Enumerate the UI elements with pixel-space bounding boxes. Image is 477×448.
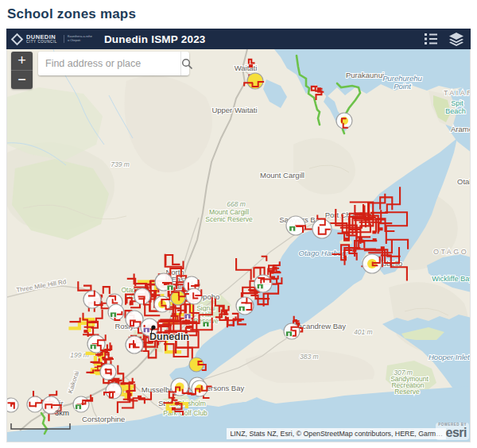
map-place-label: Spit (451, 99, 463, 107)
map-place-label: Hooper Inlet (429, 353, 470, 361)
map-place-label: Mount Cargill (260, 171, 304, 180)
search-icon (181, 58, 193, 70)
map-place-label: 668 m (227, 200, 246, 208)
legend-icon[interactable] (424, 33, 438, 45)
map-place-label: Purakaunui (346, 71, 384, 79)
school-zone-marker[interactable] (108, 304, 124, 320)
map-place-label: Beach (445, 107, 466, 115)
search-box (38, 52, 189, 75)
school-icon-green (289, 226, 296, 232)
map-area[interactable]: WaitatiPurakaunuiPurehurehuPointTAIAROAS… (6, 49, 471, 442)
school-zone-marker[interactable] (186, 288, 202, 304)
search-button[interactable] (180, 52, 193, 75)
school-icon-green (286, 331, 293, 337)
search-input[interactable] (38, 52, 180, 75)
school-icon-purple (184, 314, 191, 319)
scale-bar: 3km (10, 419, 71, 433)
school-zone-marker[interactable] (126, 336, 143, 353)
school-icon-green (238, 306, 245, 311)
logo-line2: CITY COUNCIL (26, 41, 57, 44)
zoom-out-button[interactable]: − (11, 70, 33, 89)
council-logo-icon (11, 33, 24, 45)
dunedin-city-council-logo: DUNEDIN CITY COUNCIL Kaunihera-a-rohe o … (13, 34, 95, 44)
zoom-control: + − (11, 52, 33, 89)
map-place-label: Reserve (394, 388, 420, 396)
school-icon-purple (143, 327, 149, 333)
map-place-label: OTAGO PEN (433, 248, 471, 256)
school-icon-green (167, 285, 173, 291)
map-place-label: TAIAROA (444, 89, 471, 97)
scale-label: 3km (55, 408, 69, 417)
logo-subtext: Kaunihera-a-rohe o Ōtepoti (64, 35, 95, 43)
map-place-label: Otakou (457, 177, 471, 186)
school-zone-marker[interactable] (100, 364, 116, 380)
map-place-label: Scenic Reserve (205, 215, 253, 223)
map-place-label: Dunedin (149, 331, 189, 342)
school-zone-marker[interactable] (154, 295, 173, 312)
school-icon-green (257, 284, 263, 289)
map-place-label: Upper Waitati (211, 106, 257, 114)
map-place-label: Waitati (235, 64, 258, 72)
map-attribution: LINZ, Stats NZ, Esri, © OpenStreetMap co… (227, 428, 446, 439)
map-place-label: Point (394, 82, 411, 91)
map-place-label: 401 m (354, 328, 373, 336)
map-place-label: Corstorphine (82, 415, 125, 423)
map-place-label: Aramoana (451, 125, 471, 133)
map-widget: DUNEDIN CITY COUNCIL Kaunihera-a-rohe o … (6, 29, 471, 442)
school-icon-green (111, 312, 117, 318)
esri-wordmark: esri (438, 427, 467, 439)
school-zone-marker[interactable] (336, 113, 352, 129)
school-zone-marker[interactable] (254, 275, 272, 292)
esri-logo: POWERED BY esri (436, 423, 469, 441)
school-icon-green (203, 322, 209, 327)
map-widget-header: DUNEDIN CITY COUNCIL Kaunihera-a-rohe o … (6, 29, 471, 49)
school-zone-marker[interactable] (284, 323, 300, 339)
school-zone-marker[interactable] (7, 398, 18, 412)
layers-icon[interactable] (448, 32, 464, 46)
map-place-label: 383 m (300, 353, 319, 361)
map-place-label: 739 m (111, 160, 130, 168)
zoom-in-button[interactable]: + (11, 52, 33, 70)
map-place-label: Wickliffe Bay (432, 275, 471, 283)
map-canvas[interactable]: WaitatiPurakaunuiPurehurehuPointTAIAROAS… (7, 49, 471, 442)
school-icon-green (76, 404, 82, 410)
school-zone-marker[interactable] (363, 254, 382, 273)
page-title: School zones maps (7, 6, 477, 22)
map-title: Dunedin ISMP 2023 (104, 33, 206, 45)
school-zone-marker[interactable] (236, 297, 254, 315)
school-icon-green (90, 344, 96, 350)
